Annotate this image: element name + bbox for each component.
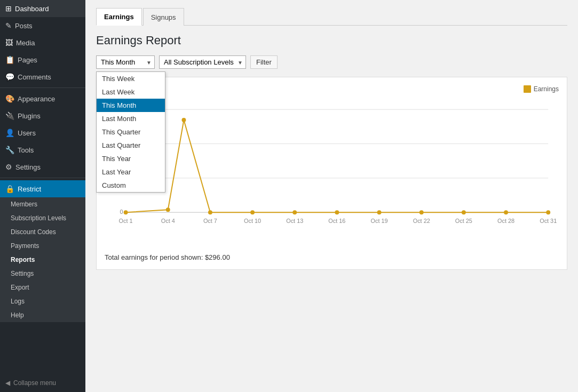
plugins-icon: 🔌 — [5, 111, 14, 120]
dashboard-icon: ⊞ — [5, 4, 12, 13]
legend-label-earnings: Earnings — [534, 85, 559, 93]
data-point-oct19 — [377, 210, 382, 214]
svg-text:Oct 1: Oct 1 — [119, 218, 133, 224]
submenu-logs[interactable]: Logs — [0, 294, 85, 308]
data-point-oct7 — [208, 210, 212, 214]
filters-row: This Month ▼ This Week Last Week This Mo… — [96, 55, 567, 69]
period-filter-wrapper: This Month ▼ This Week Last Week This Mo… — [96, 55, 155, 69]
tab-signups[interactable]: Signups — [143, 8, 184, 26]
comments-icon: 💬 — [5, 73, 14, 81]
data-point-peak — [181, 118, 186, 122]
settings-icon: ⚙ — [5, 163, 12, 171]
period-filter-button[interactable]: This Month — [96, 55, 155, 69]
sidebar-item-comments[interactable]: 💬 Comments — [0, 68, 85, 85]
data-point-oct13 — [292, 210, 297, 214]
option-custom[interactable]: Custom — [97, 179, 165, 192]
page-title: Earnings Report — [96, 34, 567, 47]
svg-text:Oct 13: Oct 13 — [286, 218, 303, 224]
submenu-discount-codes[interactable]: Discount Codes — [0, 225, 85, 239]
data-point-oct4a — [166, 207, 170, 212]
svg-text:0: 0 — [120, 209, 123, 215]
submenu-reports[interactable]: Reports — [0, 253, 85, 267]
earnings-line — [126, 120, 549, 212]
sidebar-item-appearance[interactable]: 🎨 Appearance — [0, 90, 85, 107]
period-dropdown: This Week Last Week This Month Last Mont… — [96, 71, 165, 193]
submenu-members[interactable]: Members — [0, 197, 85, 211]
data-point-oct22 — [419, 210, 424, 214]
option-this-year[interactable]: This Year — [97, 152, 165, 165]
content-area: Earnings Signups Earnings Report This Mo… — [85, 0, 578, 392]
sidebar-item-restrict[interactable]: 🔒 Restrict — [0, 180, 85, 197]
data-point-oct1 — [124, 210, 128, 214]
chart-container: Earnings 60 40 20 0 — [96, 77, 567, 270]
pages-icon: 📋 — [5, 55, 14, 64]
option-last-year[interactable]: Last Year — [97, 165, 165, 179]
total-earnings-text: Total earnings for period shown: $296.00 — [105, 253, 230, 261]
sidebar: ⊞ Dashboard ✎ Posts 🖼 Media 📋 Pages 💬 Co… — [0, 0, 85, 392]
svg-text:Oct 7: Oct 7 — [203, 218, 217, 224]
data-point-oct16 — [335, 210, 339, 214]
submenu-export[interactable]: Export — [0, 281, 85, 294]
tab-navigation: Earnings Signups — [96, 8, 567, 26]
submenu-help[interactable]: Help — [0, 308, 85, 322]
media-icon: 🖼 — [5, 38, 13, 47]
restrict-icon: 🔒 — [5, 185, 14, 193]
sidebar-item-pages[interactable]: 📋 Pages — [0, 51, 85, 68]
chart-svg-wrapper: 60 40 20 0 — [105, 98, 559, 249]
sidebar-item-dashboard[interactable]: ⊞ Dashboard — [0, 0, 85, 17]
legend-color-earnings — [524, 85, 531, 93]
subscription-filter-select[interactable]: All Subscription Levels — [159, 55, 246, 69]
option-this-week[interactable]: This Week — [97, 72, 165, 85]
sidebar-item-settings[interactable]: ⚙ Settings — [0, 158, 85, 175]
svg-text:Oct 16: Oct 16 — [328, 218, 345, 224]
posts-icon: ✎ — [5, 21, 12, 30]
option-last-month[interactable]: Last Month — [97, 112, 165, 125]
filter-button[interactable]: Filter — [250, 55, 278, 69]
svg-text:Oct 25: Oct 25 — [455, 218, 472, 224]
chart-footer: Total earnings for period shown: $296.00 — [105, 253, 559, 261]
tools-icon: 🔧 — [5, 146, 14, 154]
svg-text:Oct 10: Oct 10 — [244, 218, 261, 224]
users-icon: 👤 — [5, 129, 14, 137]
legend-earnings: Earnings — [524, 85, 559, 93]
data-point-oct25 — [462, 210, 466, 214]
submenu-payments[interactable]: Payments — [0, 239, 85, 253]
restrict-submenu: Members Subscription Levels Discount Cod… — [0, 197, 85, 322]
earnings-chart: 60 40 20 0 — [105, 98, 559, 247]
submenu-subscription-levels[interactable]: Subscription Levels — [0, 211, 85, 225]
svg-text:Oct 31: Oct 31 — [540, 218, 557, 224]
main-content: Earnings Signups Earnings Report This Mo… — [85, 0, 578, 392]
option-last-week[interactable]: Last Week — [97, 85, 165, 99]
sidebar-item-tools[interactable]: 🔧 Tools — [0, 141, 85, 158]
option-this-month[interactable]: This Month — [97, 99, 165, 112]
subscription-filter-wrapper: All Subscription Levels ▼ — [159, 55, 246, 69]
period-filter-label: This Month — [101, 58, 135, 66]
sidebar-item-plugins[interactable]: 🔌 Plugins — [0, 107, 85, 124]
svg-text:Oct 28: Oct 28 — [497, 218, 514, 224]
svg-text:Oct 19: Oct 19 — [371, 218, 388, 224]
collapse-icon: ◀ — [5, 379, 10, 387]
tab-earnings[interactable]: Earnings — [96, 8, 142, 26]
data-point-oct10 — [250, 210, 255, 214]
svg-text:Oct 4: Oct 4 — [161, 218, 175, 224]
appearance-icon: 🎨 — [5, 94, 14, 103]
option-last-quarter[interactable]: Last Quarter — [97, 139, 165, 152]
option-this-quarter[interactable]: This Quarter — [97, 125, 165, 139]
collapse-menu-button[interactable]: ◀ Collapse menu — [0, 374, 85, 392]
sidebar-item-users[interactable]: 👤 Users — [0, 124, 85, 141]
submenu-settings[interactable]: Settings — [0, 267, 85, 281]
data-point-oct28 — [504, 210, 508, 214]
sidebar-item-media[interactable]: 🖼 Media — [0, 34, 85, 51]
chart-legend: Earnings — [105, 85, 559, 93]
sidebar-item-posts[interactable]: ✎ Posts — [0, 17, 85, 34]
svg-text:Oct 22: Oct 22 — [413, 218, 430, 224]
data-point-oct31 — [546, 210, 550, 214]
